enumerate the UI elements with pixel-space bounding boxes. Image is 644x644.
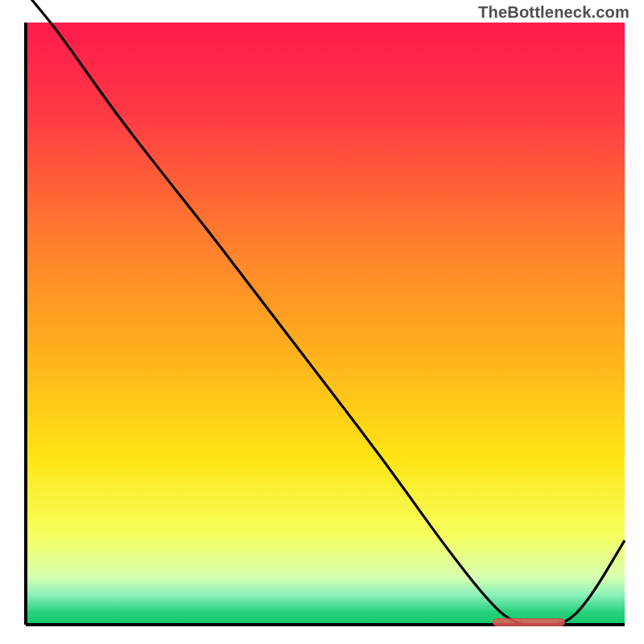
optimal-range-marker [493, 618, 564, 626]
chart-stage: TheBottleneck.com [0, 0, 644, 644]
chart-svg [0, 0, 644, 644]
